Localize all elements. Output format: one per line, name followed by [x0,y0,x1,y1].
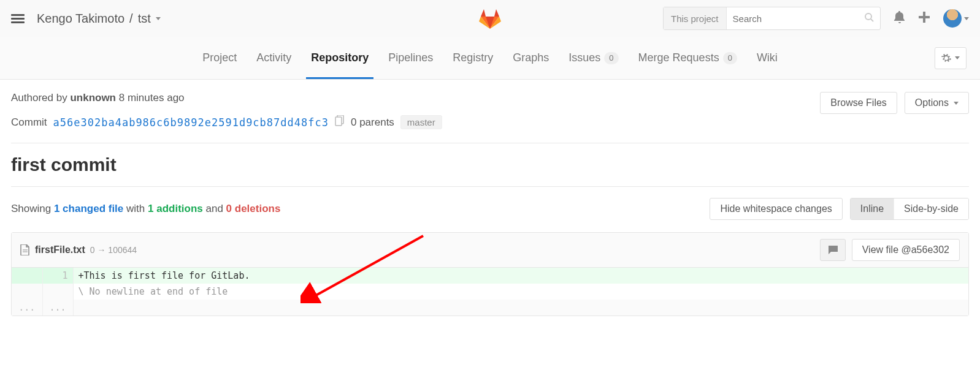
svg-point-6 [865,13,871,20]
notifications-icon[interactable] [894,11,905,26]
diff-line-nonewline: \ No newline at end of file [12,284,968,300]
diffstat-summary: Showing 1 changed file with 1 additions … [11,203,280,215]
hide-whitespace-button[interactable]: Hide whitespace changes [710,198,842,220]
file-mode: 0 → 100644 [90,245,137,255]
menu-icon[interactable] [11,12,25,25]
search-box[interactable]: This project [663,7,881,30]
search-input[interactable] [727,13,858,24]
view-file-button[interactable]: View file @a56e302 [852,239,960,261]
diff-table: 1 +This is first file for GitLab. \ No n… [12,268,968,315]
tab-label: Issues [568,51,600,64]
breadcrumb-sep: / [129,12,133,26]
comment-icon [827,245,838,255]
svg-line-7 [871,19,873,21]
deletions-count: 0 deletions [226,203,281,214]
tab-issues[interactable]: Issues 0 [568,37,618,79]
svg-marker-3 [494,9,499,17]
user-menu[interactable] [943,9,969,28]
options-button[interactable]: Options [905,92,969,114]
file-icon [20,244,30,255]
svg-rect-9 [335,117,342,126]
new-line-number: 1 [42,268,73,284]
tab-project[interactable]: Project [202,37,237,79]
plus-icon[interactable] [919,12,930,26]
tab-registry[interactable]: Registry [453,37,493,79]
divider [11,186,969,187]
diff-line-content: +This is first file for GitLab. [73,268,968,284]
tab-pipelines[interactable]: Pipelines [388,37,433,79]
branch-label[interactable]: master [400,115,442,129]
old-line-number [12,268,42,284]
commit-sha[interactable]: a56e302ba4ab986c6b9892e2591d9cb87dd48fc3 [53,116,329,129]
svg-marker-2 [481,9,486,17]
commit-author-line: Authored by unknown 8 minutes ago [11,92,442,104]
settings-menu[interactable] [935,47,967,69]
search-icon[interactable] [858,12,880,25]
breadcrumb: Kengo Takimoto / tst [37,12,161,26]
breadcrumb-project[interactable]: tst [138,12,151,26]
browse-files-button[interactable]: Browse Files [820,92,897,114]
tab-label: Merge Requests [638,51,719,64]
avatar [943,9,962,28]
changed-files-link[interactable]: 1 changed file [54,203,123,214]
tab-wiki[interactable]: Wiki [757,37,778,79]
chevron-down-icon [954,102,959,105]
commit-author: unknown [70,92,116,104]
inline-view-button[interactable]: Inline [851,198,894,219]
copy-icon[interactable] [335,115,345,129]
search-scope-label: This project [664,7,727,29]
tab-graphs[interactable]: Graphs [513,37,549,79]
chevron-down-icon[interactable] [156,17,161,20]
no-newline-warning: \ No newline at end of file [73,284,968,300]
mr-count-badge: 0 [723,52,737,64]
authored-prefix: Authored by [11,92,70,104]
tab-activity[interactable]: Activity [256,37,291,79]
chevron-down-icon [964,17,969,20]
file-name-label[interactable]: firstFile.txt [35,244,85,255]
commit-parents: 0 parents [351,116,394,129]
issues-count-badge: 0 [604,52,618,64]
divider [11,143,969,143]
gear-icon [941,53,951,63]
toggle-comments-button[interactable] [820,239,846,261]
side-by-side-button[interactable]: Side-by-side [894,198,968,219]
commit-title: first commit [11,154,969,175]
breadcrumb-owner[interactable]: Kengo Takimoto [37,12,124,26]
tab-repository[interactable]: Repository [311,37,369,79]
tab-merge-requests[interactable]: Merge Requests 0 [638,37,737,79]
diff-file: firstFile.txt 0 → 100644 View file @a56e… [11,232,969,316]
gitlab-logo[interactable] [479,8,501,29]
diff-view-toggle: Inline Side-by-side [850,198,969,220]
options-label: Options [915,97,949,108]
additions-count: 1 additions [148,203,203,214]
diff-line-add[interactable]: 1 +This is first file for GitLab. [12,268,968,284]
diff-context-expander[interactable]: ... ... [12,300,968,315]
chevron-down-icon [955,56,960,59]
commit-word: Commit [11,116,47,129]
commit-time: 8 minutes ago [119,92,185,104]
